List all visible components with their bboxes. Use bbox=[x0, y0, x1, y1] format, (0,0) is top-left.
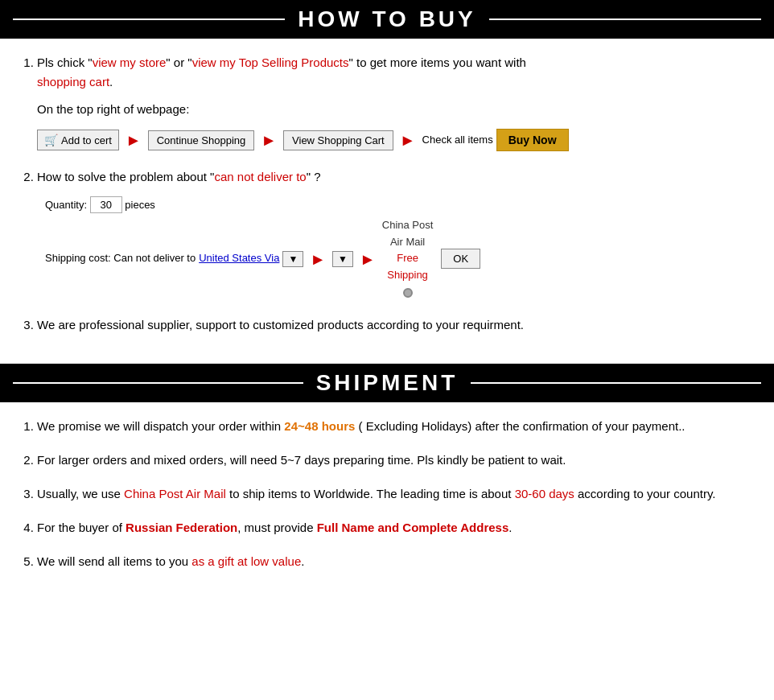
shipment-content: We promise we will dispatch your order w… bbox=[0, 402, 774, 600]
ship1-suffix: ( Excluding Holidays) after the confirma… bbox=[355, 419, 685, 433]
shopping-cart-link[interactable]: shopping cart bbox=[37, 75, 109, 89]
arrow4: ► bbox=[310, 246, 326, 272]
ship4-fullname: Full Name and Complete Address bbox=[317, 521, 509, 534]
view-store-link[interactable]: view my store bbox=[93, 56, 167, 69]
step1-subtitle-line: On the top right of webpage: bbox=[37, 100, 755, 119]
buy-now-label: Buy Now bbox=[508, 134, 557, 146]
step1-prefix: Pls chick " bbox=[37, 56, 93, 69]
arrow1: ► bbox=[126, 127, 142, 153]
cart-icon: 🛒 bbox=[44, 134, 58, 146]
add-to-cart-button[interactable]: 🛒 Add to cert bbox=[37, 130, 119, 150]
qty-input[interactable] bbox=[90, 196, 122, 213]
ship-label: Shipping cost: Can not deliver to bbox=[45, 250, 196, 267]
dropdown-value: United States Via bbox=[199, 250, 279, 267]
shipment-title: SHIPMENT bbox=[316, 370, 459, 396]
ship1-hours: 24~48 hours bbox=[284, 419, 355, 433]
step1-subtitle: On the top right of webpage: bbox=[37, 102, 189, 116]
add-to-cart-label: Add to cert bbox=[61, 134, 112, 146]
top-selling-link[interactable]: view my Top Selling Products bbox=[192, 56, 349, 69]
step2-red-text: can not deliver to bbox=[214, 170, 306, 183]
step-flow: 🛒 Add to cert ► Continue Shopping ► View… bbox=[37, 127, 755, 153]
ship3-china-post: China Post Air Mail bbox=[124, 487, 226, 500]
shipping-label: Shipping bbox=[387, 269, 428, 281]
result-section: China Post Air Mail Free Shipping OK bbox=[382, 217, 480, 301]
ship1-prefix: We promise we will dispatch your order w… bbox=[37, 419, 284, 433]
shipment-header: SHIPMENT bbox=[0, 364, 774, 402]
qty-label: Quantity: bbox=[45, 199, 87, 211]
shipment-item4: For the buyer of Russian Federation, mus… bbox=[37, 518, 755, 537]
radio-circle bbox=[403, 288, 413, 298]
ship3-days: 30-60 days bbox=[515, 487, 574, 500]
buy-now-button[interactable]: Buy Now bbox=[496, 129, 569, 151]
china-post-line2: Air Mail bbox=[390, 234, 425, 251]
shipping-method-dropdown[interactable]: ▼ bbox=[332, 251, 353, 267]
ship4-middle: , must provide bbox=[237, 521, 316, 534]
step2-suffix: " ? bbox=[307, 170, 321, 183]
step2: How to solve the problem about "can not … bbox=[37, 167, 755, 301]
ship5-gift: as a gift at low value bbox=[191, 554, 301, 568]
step3: We are professional supplier, support to… bbox=[37, 315, 755, 335]
qty-suffix: pieces bbox=[125, 199, 155, 211]
ship5-prefix: We will send all items to you bbox=[37, 554, 191, 568]
continue-shopping-button[interactable]: Continue Shopping bbox=[148, 130, 255, 150]
ok-label: OK bbox=[453, 253, 468, 265]
ship-row: Shipping cost: Can not deliver to United… bbox=[45, 217, 755, 301]
how-to-buy-header: HOW TO BUY bbox=[0, 0, 774, 39]
view-cart-label: View Shopping Cart bbox=[292, 134, 385, 146]
ship4-russia: Russian Federation bbox=[126, 521, 237, 534]
arrow2: ► bbox=[261, 127, 277, 153]
ship3-prefix: Usually, we use bbox=[37, 487, 124, 500]
step3-text: We are professional supplier, support to… bbox=[37, 318, 524, 331]
ship4-prefix: For the buyer of bbox=[37, 521, 126, 534]
check-items-text: Check all items bbox=[422, 132, 493, 149]
shipment-item5: We will send all items to you as a gift … bbox=[37, 552, 755, 571]
continue-shopping-label: Continue Shopping bbox=[157, 134, 246, 146]
ship3-suffix: according to your country. bbox=[574, 487, 716, 500]
step2-prefix: How to solve the problem about " bbox=[37, 170, 214, 183]
dropdown-arrow-button[interactable]: ▼ bbox=[282, 251, 303, 267]
shipment-item3: Usually, we use China Post Air Mail to s… bbox=[37, 484, 755, 504]
shipment-item1: We promise we will dispatch your order w… bbox=[37, 417, 755, 436]
free-label: Free bbox=[397, 252, 418, 264]
ok-button[interactable]: OK bbox=[441, 249, 480, 269]
view-shopping-cart-button[interactable]: View Shopping Cart bbox=[283, 130, 393, 150]
ship3-middle: to ship items to Worldwide. The leading … bbox=[226, 487, 515, 500]
step1-period: . bbox=[109, 75, 113, 89]
ship5-suffix: . bbox=[301, 554, 304, 568]
step1-suffix: " to get more items you want with bbox=[349, 56, 526, 69]
arrow3: ► bbox=[400, 127, 416, 153]
arrow5: ► bbox=[360, 246, 376, 272]
china-post-line1: China Post bbox=[382, 217, 434, 234]
china-post-box: China Post Air Mail Free Shipping bbox=[382, 217, 434, 301]
step1-middle: " or " bbox=[166, 56, 191, 69]
how-to-buy-content: Pls chick "view my store" or "view my To… bbox=[0, 39, 774, 364]
ship2-text: For larger orders and mixed orders, will… bbox=[37, 453, 566, 467]
qty-row: Quantity: pieces bbox=[45, 196, 755, 214]
delivery-diagram: Quantity: pieces Shipping cost: Can not … bbox=[45, 196, 755, 301]
step1: Pls chick "view my store" or "view my To… bbox=[37, 53, 755, 153]
free-shipping-text: Free Shipping bbox=[387, 250, 428, 300]
shipment-item2: For larger orders and mixed orders, will… bbox=[37, 451, 755, 470]
how-to-buy-title: HOW TO BUY bbox=[298, 6, 476, 32]
ship4-suffix: . bbox=[508, 521, 512, 534]
